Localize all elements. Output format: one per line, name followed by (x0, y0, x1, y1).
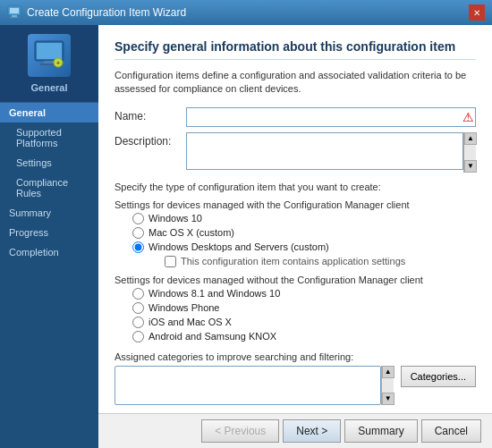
categories-label: Assigned categories to improve searching… (115, 351, 476, 362)
categories-scrollbar[interactable]: ▲ ▼ (381, 366, 394, 405)
radio-win81[interactable]: Windows 8.1 and Windows 10 (132, 288, 476, 300)
svg-rect-3 (10, 17, 19, 18)
svg-text:+: + (56, 60, 60, 66)
radio-windows-desktops[interactable]: Windows Desktops and Servers (custom) (132, 241, 476, 253)
window-controls: ✕ (469, 4, 485, 21)
sidebar-item-general[interactable]: General (0, 103, 98, 123)
scroll-down-btn[interactable]: ▼ (464, 160, 477, 173)
sidebar: + General General Supported Platforms Se… (0, 25, 98, 448)
description-input[interactable] (186, 132, 463, 170)
next-button[interactable]: Next > (283, 419, 341, 443)
page-title: Specify general information about this c… (115, 39, 476, 60)
sidebar-item-platforms[interactable]: Supported Platforms (0, 123, 98, 153)
sidebar-item-completion[interactable]: Completion (0, 242, 98, 262)
description-label: Description: (115, 132, 186, 148)
sidebar-item-progress[interactable]: Progress (0, 223, 98, 242)
without-cm-label: Settings for devices managed without the… (115, 275, 476, 285)
checkbox-app-settings[interactable]: This configuration item contains applica… (165, 256, 476, 267)
description-wrapper: ▲ ▼ (186, 132, 476, 173)
name-input[interactable] (186, 107, 476, 127)
name-error-icon: ⚠ (462, 110, 474, 124)
svg-rect-5 (37, 43, 62, 59)
sidebar-item-compliance[interactable]: Compliance Rules (0, 173, 98, 203)
with-cm-label: Settings for devices managed with the Co… (115, 199, 476, 210)
svg-rect-6 (44, 61, 55, 63)
sidebar-header: + General (0, 25, 98, 103)
sidebar-header-label: General (31, 82, 68, 93)
categories-listbox[interactable] (115, 366, 381, 405)
name-input-wrapper: ⚠ (186, 107, 476, 127)
description-scrollbar[interactable]: ▲ ▼ (463, 132, 476, 173)
wizard-icon (7, 5, 21, 20)
cancel-button[interactable]: Cancel (421, 419, 481, 443)
previous-button[interactable]: < Previous (201, 419, 279, 443)
description-row: Description: ▲ ▼ (115, 132, 476, 173)
summary-button[interactable]: Summary (344, 419, 417, 443)
info-text: Configuration items define a configurati… (115, 69, 476, 97)
categories-row: ▲ ▼ Categories... (115, 366, 476, 405)
wizard-footer: < Previous Next > Summary Cancel (98, 413, 492, 448)
name-label: Name: (115, 107, 186, 123)
cat-scroll-down[interactable]: ▼ (382, 393, 394, 405)
main-content: Specify general information about this c… (98, 25, 492, 413)
close-button[interactable]: ✕ (469, 4, 485, 21)
name-row: Name: ⚠ (115, 107, 476, 127)
sidebar-icon: + (28, 34, 71, 77)
sidebar-item-settings[interactable]: Settings (0, 153, 98, 173)
radio-ios[interactable]: iOS and Mac OS X (132, 317, 476, 328)
svg-rect-2 (12, 15, 17, 17)
categories-button[interactable]: Categories... (401, 366, 476, 387)
radio-macosx[interactable]: Mac OS X (custom) (132, 227, 476, 239)
svg-rect-1 (10, 8, 19, 13)
radio-android[interactable]: Android and Samsung KNOX (132, 331, 476, 342)
window-title: Create Configuration Item Wizard (27, 6, 186, 19)
radio-winphone[interactable]: Windows Phone (132, 302, 476, 314)
radio-windows10[interactable]: Windows 10 (132, 213, 476, 224)
without-cm-group: Settings for devices managed without the… (115, 275, 476, 342)
categories-section: Assigned categories to improve searching… (115, 351, 476, 405)
type-section-label: Specify the type of configuration item t… (115, 182, 476, 192)
with-cm-group: Settings for devices managed with the Co… (115, 199, 476, 267)
categories-box-wrapper: ▲ ▼ (115, 366, 394, 405)
cm-radio-group: Windows 10 Mac OS X (custom) Windows Des… (132, 213, 476, 267)
scroll-up-btn[interactable]: ▲ (464, 132, 477, 145)
cat-scroll-up[interactable]: ▲ (382, 366, 394, 378)
nocm-radio-group: Windows 8.1 and Windows 10 Windows Phone… (132, 288, 476, 342)
title-bar: Create Configuration Item Wizard ✕ (0, 0, 492, 25)
sidebar-item-summary[interactable]: Summary (0, 203, 98, 223)
wizard-body: + General General Supported Platforms Se… (0, 25, 492, 448)
